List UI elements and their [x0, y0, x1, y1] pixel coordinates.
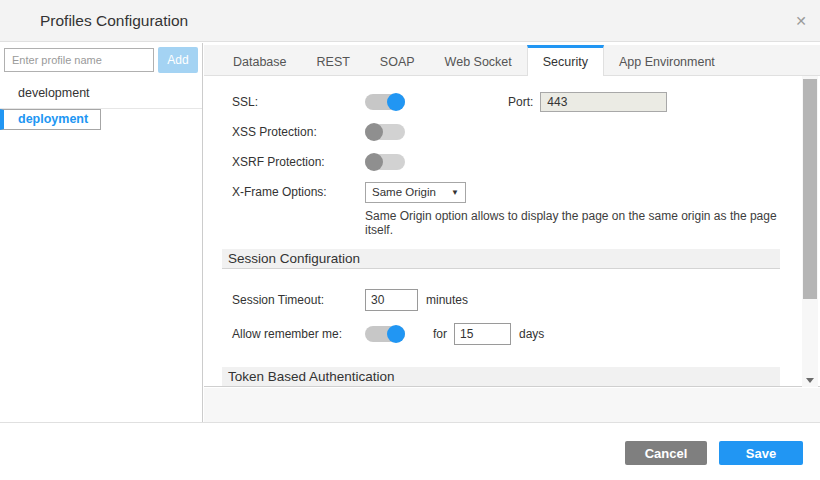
- xframe-selected-value: Same Origin: [372, 186, 436, 198]
- scrollbar-thumb[interactable]: [803, 79, 817, 299]
- tab-database[interactable]: Database: [218, 45, 302, 75]
- settings-tab-bar: Database REST SOAP Web Socket Security A…: [204, 45, 820, 76]
- tab-security[interactable]: Security: [527, 45, 604, 76]
- tab-rest[interactable]: REST: [302, 45, 365, 75]
- profile-name-input[interactable]: [4, 48, 154, 72]
- profiles-configuration-dialog: Profiles Configuration ✕ Add development…: [0, 0, 820, 480]
- security-tab-content: SSL: Port: XSS Protection: XSRF Pro: [204, 76, 820, 387]
- add-profile-row: Add: [0, 43, 202, 78]
- xsrf-toggle[interactable]: [365, 153, 405, 171]
- profile-settings-panel: Database REST SOAP Web Socket Security A…: [204, 43, 820, 422]
- xss-toggle[interactable]: [365, 123, 405, 141]
- close-icon[interactable]: ✕: [792, 12, 810, 30]
- session-timeout-input[interactable]: [365, 289, 418, 311]
- tab-app-environment[interactable]: App Environment: [604, 45, 730, 75]
- sidebar-item-deployment[interactable]: deployment: [0, 109, 101, 130]
- remember-me-for-text: for: [433, 327, 447, 341]
- xframe-label: X-Frame Options:: [232, 185, 365, 199]
- dropdown-arrow-icon: ▼: [451, 188, 459, 197]
- port-input[interactable]: [540, 92, 667, 112]
- toggle-knob: [387, 325, 405, 343]
- profiles-sidebar: Add development deployment: [0, 43, 203, 422]
- remember-me-unit: days: [519, 327, 544, 341]
- dialog-title: Profiles Configuration: [40, 0, 188, 42]
- toggle-knob: [365, 123, 383, 141]
- token-authentication-header: Token Based Authentication: [222, 367, 780, 387]
- remember-me-label: Allow remember me:: [232, 327, 365, 341]
- xss-row: XSS Protection:: [232, 119, 780, 145]
- port-label: Port:: [508, 95, 533, 109]
- remember-me-row: Allow remember me: for days: [232, 319, 780, 349]
- xsrf-label: XSRF Protection:: [232, 155, 365, 169]
- port-group: Port:: [508, 92, 667, 112]
- session-configuration-header: Session Configuration: [222, 249, 780, 269]
- add-profile-button[interactable]: Add: [158, 47, 198, 73]
- cancel-button[interactable]: Cancel: [625, 441, 707, 465]
- toggle-knob: [387, 93, 405, 111]
- vertical-scrollbar[interactable]: [802, 76, 818, 387]
- panel-bottom-strip: [204, 388, 820, 422]
- xsrf-row: XSRF Protection:: [232, 149, 780, 175]
- remember-me-toggle[interactable]: [365, 325, 405, 343]
- session-timeout-label: Session Timeout:: [232, 293, 365, 307]
- dialog-footer: Cancel Save: [0, 423, 820, 480]
- dialog-header: Profiles Configuration ✕: [0, 0, 820, 42]
- xframe-row: X-Frame Options: Same Origin ▼: [232, 179, 780, 205]
- ssl-row: SSL: Port:: [232, 89, 780, 115]
- session-timeout-unit: minutes: [426, 293, 468, 307]
- xframe-help-text: Same Origin option allows to display the…: [365, 209, 780, 237]
- save-button[interactable]: Save: [719, 441, 803, 465]
- ssl-label: SSL:: [232, 95, 365, 109]
- ssl-toggle[interactable]: [365, 93, 405, 111]
- scroll-down-arrow-icon[interactable]: [802, 374, 818, 386]
- toggle-knob: [365, 153, 383, 171]
- xframe-options-select[interactable]: Same Origin ▼: [365, 182, 466, 203]
- tab-web-socket[interactable]: Web Socket: [430, 45, 527, 75]
- tab-soap[interactable]: SOAP: [365, 45, 430, 75]
- xss-label: XSS Protection:: [232, 125, 365, 139]
- remember-me-days-input[interactable]: [454, 323, 511, 345]
- session-timeout-row: Session Timeout: minutes: [232, 285, 780, 315]
